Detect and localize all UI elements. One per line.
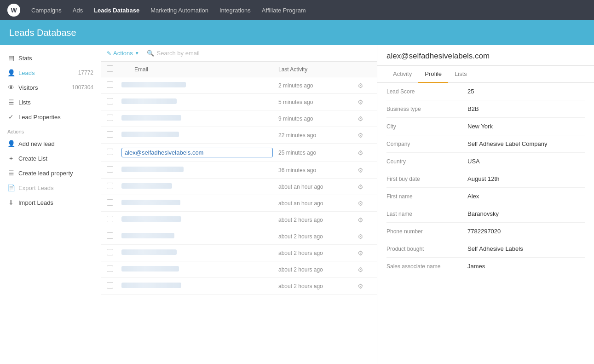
tab-profile[interactable]: Profile: [418, 66, 448, 83]
row-check-box[interactable]: [107, 149, 113, 155]
row-check-box[interactable]: [107, 216, 113, 222]
lead-email[interactable]: [121, 98, 273, 105]
lead-email[interactable]: [121, 249, 273, 256]
actions-button[interactable]: ✎ Actions ▼: [107, 50, 139, 57]
table-row[interactable]: 9 minutes ago⚙: [101, 110, 377, 127]
tab-activity[interactable]: Activity: [386, 66, 418, 83]
row-check-box[interactable]: [107, 81, 113, 88]
lead-email[interactable]: [121, 200, 273, 207]
lead-email[interactable]: [121, 283, 273, 289]
lead-email[interactable]: [121, 183, 273, 190]
sidebar-item-lists[interactable]: ☰ Lists: [0, 95, 101, 110]
table-row[interactable]: about 2 hours ago⚙: [101, 278, 377, 295]
row-check-box[interactable]: [107, 199, 113, 206]
gear-icon[interactable]: ⚙: [358, 132, 371, 139]
gear-icon[interactable]: ⚙: [358, 167, 371, 174]
row-checkbox[interactable]: [107, 115, 116, 122]
row-check-box[interactable]: [107, 131, 113, 138]
row-checkbox[interactable]: [107, 216, 116, 224]
gear-icon[interactable]: ⚙: [358, 283, 371, 290]
gear-icon[interactable]: ⚙: [358, 98, 371, 106]
row-checkbox[interactable]: [107, 266, 116, 273]
table-row[interactable]: alex@selfadhesivelabels.com25 minutes ag…: [101, 144, 377, 162]
gear-icon[interactable]: ⚙: [358, 233, 371, 240]
nav-integrations[interactable]: Integrations: [219, 5, 251, 16]
gear-icon[interactable]: ⚙: [358, 149, 371, 156]
sidebar-item-create-lead-property[interactable]: ☰ Create lead property: [0, 166, 101, 180]
header-check: [107, 65, 116, 73]
gear-icon[interactable]: ⚙: [358, 183, 371, 191]
row-check-box[interactable]: [107, 266, 113, 272]
row-checkbox[interactable]: [107, 199, 116, 207]
nav-affiliate-program[interactable]: Affiliate Program: [262, 5, 306, 16]
table-row[interactable]: about 2 hours ago⚙: [101, 228, 377, 245]
sidebar-item-create-list[interactable]: + Create List: [0, 151, 101, 166]
profile-value: Alex: [467, 193, 585, 200]
table-row[interactable]: about an hour ago⚙: [101, 195, 377, 212]
row-check-box[interactable]: [107, 249, 113, 255]
table-row[interactable]: 36 minutes ago⚙: [101, 162, 377, 179]
lead-email[interactable]: [121, 167, 273, 173]
row-check-box[interactable]: [107, 166, 113, 173]
row-checkbox[interactable]: [107, 232, 116, 240]
tab-lists[interactable]: Lists: [448, 66, 473, 83]
import-leads-label: Import Leads: [18, 199, 53, 206]
gear-icon[interactable]: ⚙: [358, 200, 371, 207]
table-row[interactable]: about an hour ago⚙: [101, 179, 377, 195]
sidebar-item-lead-properties[interactable]: ✓ Lead Properties: [0, 110, 101, 124]
table-row[interactable]: about 2 hours ago⚙: [101, 261, 377, 278]
profile-value: New York: [467, 123, 585, 130]
lead-email[interactable]: [121, 115, 273, 122]
row-checkbox[interactable]: [107, 98, 116, 106]
row-checkbox[interactable]: [107, 131, 116, 139]
gear-icon[interactable]: ⚙: [358, 115, 371, 122]
row-checkbox[interactable]: [107, 81, 116, 89]
row-checkbox[interactable]: [107, 183, 116, 191]
detail-panel: alex@selfadhesivelabels.com Activity Pro…: [377, 45, 594, 364]
profile-row: CompanySelf Adhesive Label Company: [386, 135, 585, 153]
table-row[interactable]: 5 minutes ago⚙: [101, 94, 377, 110]
search-box[interactable]: 🔍 Search by email: [147, 50, 200, 57]
nav-ads[interactable]: Ads: [73, 5, 83, 16]
lead-email[interactable]: [121, 82, 273, 89]
sidebar-visitors-label: Visitors: [18, 84, 38, 91]
lead-email[interactable]: [121, 216, 273, 223]
gear-icon[interactable]: ⚙: [358, 216, 371, 224]
gear-icon[interactable]: ⚙: [358, 82, 371, 89]
row-checkbox[interactable]: [107, 249, 116, 257]
sidebar-item-import-leads[interactable]: ⇓ Import Leads: [0, 195, 101, 210]
actions-section-label: Actions: [0, 124, 101, 136]
sidebar-item-add-new-lead[interactable]: 👤 Add new lead: [0, 136, 101, 151]
table-row[interactable]: about 2 hours ago⚙: [101, 212, 377, 228]
table-row[interactable]: 2 minutes ago⚙: [101, 77, 377, 94]
row-check-box[interactable]: [107, 115, 113, 121]
lead-rows-list: 2 minutes ago⚙5 minutes ago⚙9 minutes ag…: [101, 77, 377, 295]
page-title: Leads Database: [9, 28, 76, 38]
row-checkbox[interactable]: [107, 166, 116, 174]
sidebar-item-stats[interactable]: ▤ Stats: [0, 51, 101, 65]
row-check-box[interactable]: [107, 98, 113, 104]
sidebar-item-export-leads[interactable]: 📄 Export Leads: [0, 180, 101, 195]
nav-marketing-automation[interactable]: Marketing Automation: [150, 5, 208, 16]
lead-email[interactable]: [121, 266, 273, 273]
lead-email[interactable]: alex@selfadhesivelabels.com: [121, 148, 273, 157]
lead-email[interactable]: [121, 233, 273, 240]
logo[interactable]: W: [7, 4, 20, 17]
row-checkbox[interactable]: [107, 282, 116, 290]
gear-icon[interactable]: ⚙: [358, 266, 371, 273]
row-check-box[interactable]: [107, 183, 113, 189]
sidebar-item-visitors[interactable]: 👁 Visitors 1007304: [0, 80, 101, 95]
table-row[interactable]: about 2 hours ago⚙: [101, 245, 377, 261]
row-checkbox[interactable]: [107, 149, 116, 156]
sidebar-stats-label: Stats: [18, 55, 32, 62]
gear-icon[interactable]: ⚙: [358, 249, 371, 257]
row-check-box[interactable]: [107, 282, 113, 289]
nav-leads-database[interactable]: Leads Database: [94, 5, 139, 16]
select-all-checkbox[interactable]: [107, 65, 113, 72]
profile-row: CountryUSA: [386, 153, 585, 170]
sidebar-item-leads[interactable]: 👤 Leads 17772: [0, 65, 101, 80]
row-check-box[interactable]: [107, 232, 113, 239]
table-row[interactable]: 22 minutes ago⚙: [101, 127, 377, 144]
nav-campaigns[interactable]: Campaigns: [31, 5, 62, 16]
lead-email[interactable]: [121, 132, 273, 139]
